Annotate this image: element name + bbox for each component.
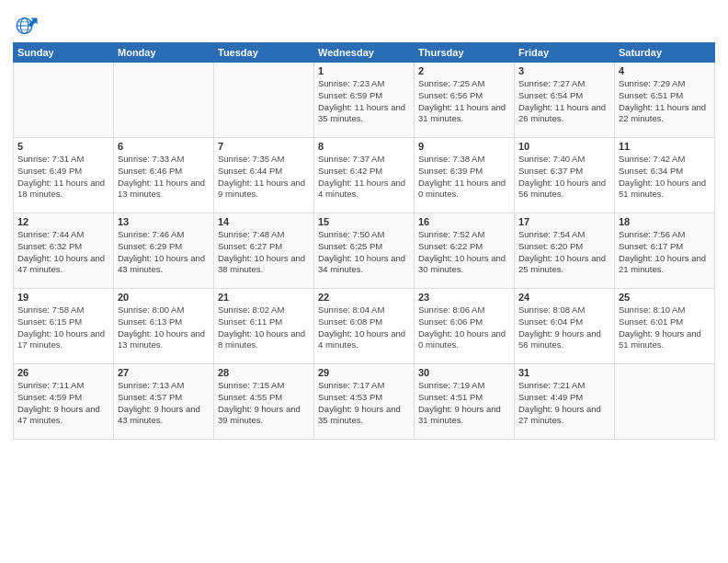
weekday-header-sunday: Sunday [14, 43, 114, 63]
day-info: Sunrise: 8:06 AM Sunset: 6:06 PM Dayligh… [418, 304, 510, 351]
week-row-2: 5Sunrise: 7:31 AM Sunset: 6:49 PM Daylig… [14, 138, 715, 213]
calendar-cell: 27Sunrise: 7:13 AM Sunset: 4:57 PM Dayli… [114, 364, 214, 440]
calendar-cell: 21Sunrise: 8:02 AM Sunset: 6:11 PM Dayli… [214, 289, 314, 364]
day-number: 24 [518, 292, 610, 303]
day-info: Sunrise: 7:19 AM Sunset: 4:51 PM Dayligh… [418, 380, 510, 427]
day-number: 10 [518, 141, 610, 152]
calendar-cell: 28Sunrise: 7:15 AM Sunset: 4:55 PM Dayli… [214, 364, 314, 440]
day-number: 30 [418, 367, 510, 378]
weekday-header-wednesday: Wednesday [314, 43, 415, 63]
day-number: 11 [619, 141, 711, 152]
day-number: 19 [17, 292, 109, 303]
calendar-cell: 11Sunrise: 7:42 AM Sunset: 6:34 PM Dayli… [615, 138, 715, 213]
day-info: Sunrise: 7:25 AM Sunset: 6:56 PM Dayligh… [418, 78, 510, 125]
day-info: Sunrise: 7:37 AM Sunset: 6:42 PM Dayligh… [318, 154, 410, 201]
day-info: Sunrise: 7:42 AM Sunset: 6:34 PM Dayligh… [619, 154, 711, 201]
day-info: Sunrise: 7:29 AM Sunset: 6:51 PM Dayligh… [619, 78, 711, 125]
day-number: 22 [318, 292, 410, 303]
calendar-cell: 17Sunrise: 7:54 AM Sunset: 6:20 PM Dayli… [515, 213, 615, 289]
day-info: Sunrise: 7:31 AM Sunset: 6:49 PM Dayligh… [17, 154, 109, 201]
day-number: 14 [218, 216, 310, 227]
calendar-cell: 20Sunrise: 8:00 AM Sunset: 6:13 PM Dayli… [114, 289, 214, 364]
day-number: 25 [619, 292, 711, 303]
day-info: Sunrise: 7:38 AM Sunset: 6:39 PM Dayligh… [418, 154, 510, 201]
day-number: 27 [118, 367, 210, 378]
day-info: Sunrise: 8:00 AM Sunset: 6:13 PM Dayligh… [118, 304, 210, 351]
calendar-cell: 1Sunrise: 7:23 AM Sunset: 6:59 PM Daylig… [314, 63, 415, 138]
calendar-table: SundayMondayTuesdayWednesdayThursdayFrid… [13, 42, 715, 440]
week-row-5: 26Sunrise: 7:11 AM Sunset: 4:59 PM Dayli… [14, 364, 715, 440]
day-number: 1 [318, 65, 410, 76]
calendar-cell: 15Sunrise: 7:50 AM Sunset: 6:25 PM Dayli… [314, 213, 415, 289]
day-number: 28 [218, 367, 310, 378]
weekday-header-friday: Friday [515, 43, 615, 63]
day-info: Sunrise: 7:21 AM Sunset: 4:49 PM Dayligh… [518, 380, 610, 427]
day-info: Sunrise: 8:10 AM Sunset: 6:01 PM Dayligh… [619, 304, 711, 351]
week-row-1: 1Sunrise: 7:23 AM Sunset: 6:59 PM Daylig… [14, 63, 715, 138]
weekday-header-saturday: Saturday [615, 43, 715, 63]
day-info: Sunrise: 7:56 AM Sunset: 6:17 PM Dayligh… [619, 229, 711, 276]
day-info: Sunrise: 8:08 AM Sunset: 6:04 PM Dayligh… [518, 304, 610, 351]
calendar-cell [214, 63, 314, 138]
day-number: 9 [418, 141, 510, 152]
day-info: Sunrise: 7:50 AM Sunset: 6:25 PM Dayligh… [318, 229, 410, 276]
day-info: Sunrise: 7:40 AM Sunset: 6:37 PM Dayligh… [518, 154, 610, 201]
day-number: 8 [318, 141, 410, 152]
day-info: Sunrise: 7:44 AM Sunset: 6:32 PM Dayligh… [17, 229, 109, 276]
calendar-cell: 30Sunrise: 7:19 AM Sunset: 4:51 PM Dayli… [415, 364, 515, 440]
week-row-3: 12Sunrise: 7:44 AM Sunset: 6:32 PM Dayli… [14, 213, 715, 289]
day-info: Sunrise: 7:46 AM Sunset: 6:29 PM Dayligh… [118, 229, 210, 276]
day-number: 3 [518, 65, 610, 76]
day-number: 21 [218, 292, 310, 303]
calendar-cell: 24Sunrise: 8:08 AM Sunset: 6:04 PM Dayli… [515, 289, 615, 364]
day-info: Sunrise: 8:04 AM Sunset: 6:08 PM Dayligh… [318, 304, 410, 351]
day-info: Sunrise: 7:48 AM Sunset: 6:27 PM Dayligh… [218, 229, 310, 276]
calendar-cell [615, 364, 715, 440]
weekday-header-tuesday: Tuesday [214, 43, 314, 63]
calendar-cell: 8Sunrise: 7:37 AM Sunset: 6:42 PM Daylig… [314, 138, 415, 213]
calendar-cell: 22Sunrise: 8:04 AM Sunset: 6:08 PM Dayli… [314, 289, 415, 364]
calendar-cell: 26Sunrise: 7:11 AM Sunset: 4:59 PM Dayli… [14, 364, 114, 440]
calendar-cell: 12Sunrise: 7:44 AM Sunset: 6:32 PM Dayli… [14, 213, 114, 289]
day-number: 12 [17, 216, 109, 227]
day-info: Sunrise: 7:58 AM Sunset: 6:15 PM Dayligh… [17, 304, 109, 351]
day-info: Sunrise: 7:13 AM Sunset: 4:57 PM Dayligh… [118, 380, 210, 427]
calendar-cell: 25Sunrise: 8:10 AM Sunset: 6:01 PM Dayli… [615, 289, 715, 364]
calendar-cell: 9Sunrise: 7:38 AM Sunset: 6:39 PM Daylig… [415, 138, 515, 213]
day-info: Sunrise: 7:27 AM Sunset: 6:54 PM Dayligh… [518, 78, 610, 125]
calendar-cell: 23Sunrise: 8:06 AM Sunset: 6:06 PM Dayli… [415, 289, 515, 364]
day-info: Sunrise: 7:54 AM Sunset: 6:20 PM Dayligh… [518, 229, 610, 276]
day-info: Sunrise: 7:11 AM Sunset: 4:59 PM Dayligh… [17, 380, 109, 427]
day-number: 18 [619, 216, 711, 227]
day-info: Sunrise: 7:52 AM Sunset: 6:22 PM Dayligh… [418, 229, 510, 276]
calendar-cell: 2Sunrise: 7:25 AM Sunset: 6:56 PM Daylig… [415, 63, 515, 138]
day-info: Sunrise: 7:23 AM Sunset: 6:59 PM Dayligh… [318, 78, 410, 125]
calendar-cell: 7Sunrise: 7:35 AM Sunset: 6:44 PM Daylig… [214, 138, 314, 213]
calendar-cell: 5Sunrise: 7:31 AM Sunset: 6:49 PM Daylig… [14, 138, 114, 213]
weekday-header-monday: Monday [114, 43, 214, 63]
weekday-header-row: SundayMondayTuesdayWednesdayThursdayFrid… [14, 43, 715, 63]
day-number: 16 [418, 216, 510, 227]
week-row-4: 19Sunrise: 7:58 AM Sunset: 6:15 PM Dayli… [14, 289, 715, 364]
calendar-cell: 16Sunrise: 7:52 AM Sunset: 6:22 PM Dayli… [415, 213, 515, 289]
day-number: 29 [318, 367, 410, 378]
day-number: 31 [518, 367, 610, 378]
day-info: Sunrise: 7:15 AM Sunset: 4:55 PM Dayligh… [218, 380, 310, 427]
day-number: 26 [17, 367, 109, 378]
page: SundayMondayTuesdayWednesdayThursdayFrid… [0, 0, 728, 563]
day-info: Sunrise: 7:35 AM Sunset: 6:44 PM Dayligh… [218, 154, 310, 201]
header [13, 9, 715, 39]
day-number: 2 [418, 65, 510, 76]
logo-icon [13, 13, 39, 39]
calendar-cell: 10Sunrise: 7:40 AM Sunset: 6:37 PM Dayli… [515, 138, 615, 213]
day-number: 4 [619, 65, 711, 76]
calendar-cell: 14Sunrise: 7:48 AM Sunset: 6:27 PM Dayli… [214, 213, 314, 289]
calendar-cell [114, 63, 214, 138]
day-info: Sunrise: 8:02 AM Sunset: 6:11 PM Dayligh… [218, 304, 310, 351]
logo [13, 13, 40, 39]
weekday-header-thursday: Thursday [415, 43, 515, 63]
calendar-cell: 31Sunrise: 7:21 AM Sunset: 4:49 PM Dayli… [515, 364, 615, 440]
day-number: 5 [17, 141, 109, 152]
calendar-cell: 6Sunrise: 7:33 AM Sunset: 6:46 PM Daylig… [114, 138, 214, 213]
calendar-cell: 13Sunrise: 7:46 AM Sunset: 6:29 PM Dayli… [114, 213, 214, 289]
